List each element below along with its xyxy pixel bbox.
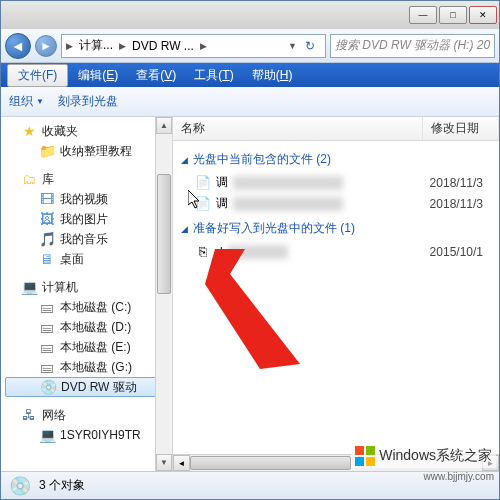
network-icon: 🖧 — [21, 407, 37, 423]
search-input[interactable]: 搜索 DVD RW 驱动器 (H:) 20 — [330, 34, 495, 58]
content-pane: 名称 修改日期 ◢光盘中当前包含的文件 (2) 📄调2018/11/3 📄调20… — [173, 117, 499, 471]
maximize-button[interactable]: □ — [439, 6, 467, 24]
burn-button[interactable]: 刻录到光盘 — [58, 93, 118, 110]
breadcrumb-segment[interactable]: DVD RW ... — [128, 39, 198, 53]
close-button[interactable]: ✕ — [469, 6, 497, 24]
sidebar-item-computer[interactable]: 💻计算机 — [1, 277, 172, 297]
document-icon: 📄 — [195, 175, 211, 191]
group-header[interactable]: ◢光盘中当前包含的文件 (2) — [181, 145, 491, 172]
sidebar-item-disk-g[interactable]: 🖴本地磁盘 (G:) — [1, 357, 172, 377]
chevron-down-icon: ◢ — [181, 155, 188, 165]
sidebar-item-favorites[interactable]: ★收藏夹 — [1, 121, 172, 141]
toolbar: 组织 ▼ 刻录到光盘 — [1, 87, 499, 117]
dvd-icon: 💿 — [40, 379, 56, 395]
watermark: Windows系统之家 — [351, 444, 496, 468]
svg-rect-2 — [355, 457, 364, 466]
sidebar-item-pictures[interactable]: 🖼我的图片 — [1, 209, 172, 229]
scroll-thumb[interactable] — [190, 456, 351, 470]
redacted-text — [228, 245, 288, 259]
sidebar-scrollbar[interactable]: ▲ ▼ — [155, 117, 172, 471]
video-icon: 🎞 — [39, 191, 55, 207]
chevron-right-icon: ▶ — [200, 41, 207, 51]
file-row[interactable]: ⎘d2015/10/1 — [181, 241, 491, 262]
search-placeholder: 搜索 DVD RW 驱动器 (H:) 20 — [335, 37, 490, 54]
svg-rect-0 — [355, 446, 364, 455]
scroll-left-button[interactable]: ◄ — [173, 455, 190, 471]
menu-help[interactable]: 帮助(H) — [244, 65, 301, 86]
column-header-row: 名称 修改日期 — [173, 117, 499, 141]
status-text: 3 个对象 — [39, 477, 85, 494]
library-icon: 🗂 — [21, 171, 37, 187]
sidebar-item-network-pc[interactable]: 💻1SYR0IYH9TR — [1, 425, 172, 445]
svg-rect-3 — [366, 457, 375, 466]
watermark-url: www.bjjmjy.com — [424, 471, 494, 482]
computer-icon: 💻 — [39, 427, 55, 443]
sidebar-item-disk-d[interactable]: 🖴本地磁盘 (D:) — [1, 317, 172, 337]
scroll-thumb[interactable] — [157, 174, 171, 294]
computer-icon: 💻 — [21, 279, 37, 295]
file-date: 2018/11/3 — [430, 176, 491, 190]
file-row[interactable]: 📄调2018/11/3 — [181, 172, 491, 193]
sidebar-item-music[interactable]: 🎵我的音乐 — [1, 229, 172, 249]
menu-edit[interactable]: 编辑(E) — [70, 65, 126, 86]
file-icon: ⎘ — [195, 244, 211, 260]
chevron-right-icon: ▶ — [119, 41, 126, 51]
chevron-right-icon: ▶ — [66, 41, 73, 51]
menu-bar: 文件(F) 编辑(E) 查看(V) 工具(T) 帮助(H) — [1, 63, 499, 87]
group-header[interactable]: ◢准备好写入到光盘中的文件 (1) — [181, 214, 491, 241]
svg-rect-1 — [366, 446, 375, 455]
scroll-up-button[interactable]: ▲ — [156, 117, 172, 134]
sidebar-item-disk-c[interactable]: 🖴本地磁盘 (C:) — [1, 297, 172, 317]
sidebar-item-network[interactable]: 🖧网络 — [1, 405, 172, 425]
chevron-down-icon: ◢ — [181, 224, 188, 234]
disk-icon: 🖴 — [39, 359, 55, 375]
sidebar-item-libraries[interactable]: 🗂库 — [1, 169, 172, 189]
chevron-down-icon[interactable]: ▼ — [288, 41, 297, 51]
refresh-icon[interactable]: ↻ — [299, 39, 321, 53]
sidebar-item-dvd[interactable]: 💿DVD RW 驱动 — [5, 377, 168, 397]
menu-tools[interactable]: 工具(T) — [186, 65, 241, 86]
column-name[interactable]: 名称 — [173, 117, 423, 140]
column-date[interactable]: 修改日期 — [423, 117, 499, 140]
sidebar-item-disk-e[interactable]: 🖴本地磁盘 (E:) — [1, 337, 172, 357]
nav-forward-button[interactable]: ► — [35, 35, 57, 57]
sidebar-item-videos[interactable]: 🎞我的视频 — [1, 189, 172, 209]
menu-file[interactable]: 文件(F) — [7, 64, 68, 87]
sidebar-item-folder[interactable]: 📁收纳整理教程 — [1, 141, 172, 161]
music-icon: 🎵 — [39, 231, 55, 247]
menu-view[interactable]: 查看(V) — [128, 65, 184, 86]
star-icon: ★ — [21, 123, 37, 139]
folder-icon: 📁 — [39, 143, 55, 159]
organize-button[interactable]: 组织 ▼ — [9, 93, 44, 110]
windows-logo-icon — [355, 446, 375, 466]
document-icon: 📄 — [195, 196, 211, 212]
nav-back-button[interactable]: ◄ — [5, 33, 31, 59]
sidebar-item-desktop[interactable]: 🖥桌面 — [1, 249, 172, 269]
nav-bar: ◄ ► ▶ 计算... ▶ DVD RW ... ▶ ▼ ↻ 搜索 DVD RW… — [1, 29, 499, 63]
breadcrumb-segment[interactable]: 计算... — [75, 37, 117, 54]
file-row[interactable]: 📄调2018/11/3 — [181, 193, 491, 214]
file-date: 2015/10/1 — [430, 245, 491, 259]
redacted-text — [233, 197, 343, 211]
file-date: 2018/11/3 — [430, 197, 491, 211]
minimize-button[interactable]: — — [409, 6, 437, 24]
sidebar: ★收藏夹 📁收纳整理教程 🗂库 🎞我的视频 🖼我的图片 🎵我的音乐 🖥桌面 💻计… — [1, 117, 173, 471]
scroll-down-button[interactable]: ▼ — [156, 454, 172, 471]
disk-icon: 🖴 — [39, 319, 55, 335]
breadcrumb[interactable]: ▶ 计算... ▶ DVD RW ... ▶ ▼ ↻ — [61, 34, 326, 58]
watermark-text: Windows系统之家 — [379, 447, 492, 465]
disk-icon: 🖴 — [39, 299, 55, 315]
chevron-down-icon: ▼ — [36, 97, 44, 106]
desktop-icon: 🖥 — [39, 251, 55, 267]
disk-icon: 🖴 — [39, 339, 55, 355]
dvd-icon: 💿 — [9, 475, 31, 497]
titlebar: — □ ✕ — [1, 1, 499, 29]
redacted-text — [233, 176, 343, 190]
picture-icon: 🖼 — [39, 211, 55, 227]
